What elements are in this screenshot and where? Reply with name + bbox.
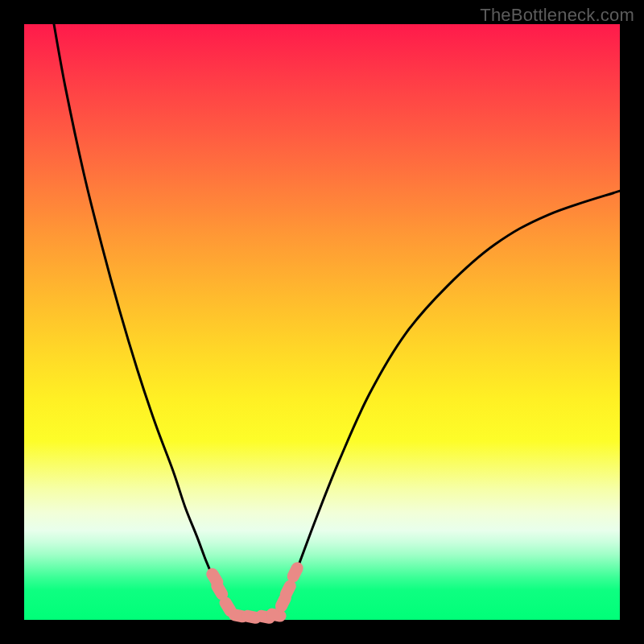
left-curve [54,24,242,617]
right-curve [275,191,620,617]
outer-frame: TheBottleneck.com [0,0,644,644]
marker-group [213,568,297,618]
data-marker [248,616,256,617]
chart-svg [0,0,644,644]
data-marker [293,568,297,576]
data-marker [225,603,230,611]
data-marker [272,614,280,616]
curve-group [54,24,620,617]
data-marker [234,615,242,617]
data-marker [217,586,222,594]
data-marker [286,586,290,594]
